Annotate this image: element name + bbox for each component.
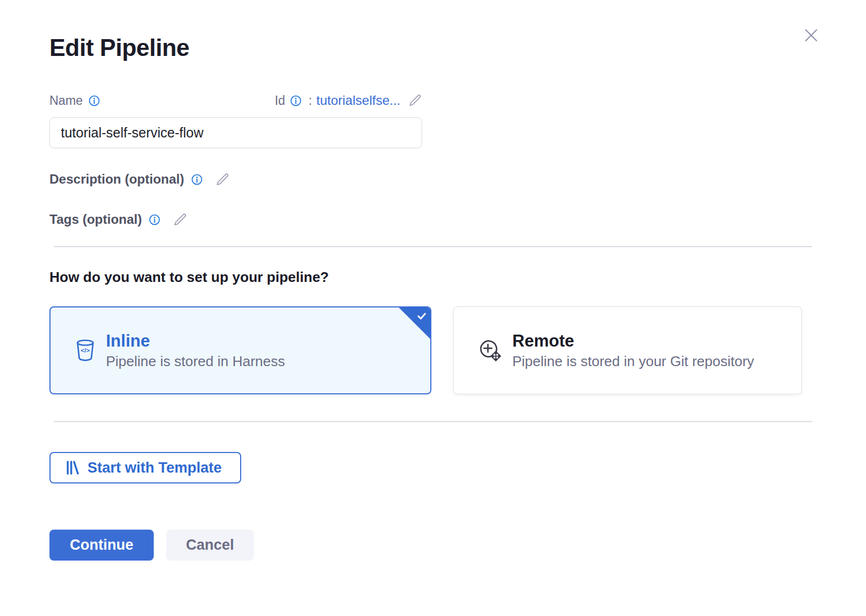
close-icon: [802, 26, 820, 45]
name-id-row: Name Id : tutorialselfse...: [49, 93, 422, 108]
pencil-icon: [173, 212, 187, 227]
dialog-title: Edit Pipeline: [49, 34, 812, 61]
edit-pipeline-dialog: Edit Pipeline Name Id : tutorialselfse.: [0, 0, 866, 616]
edit-id-button[interactable]: [408, 93, 422, 108]
tags-row: Tags (optional): [49, 212, 812, 227]
action-row: Continue Cancel: [49, 530, 812, 561]
continue-button[interactable]: Continue: [49, 530, 154, 561]
start-with-template-button[interactable]: Start with Template: [49, 452, 241, 483]
template-library-icon: [66, 460, 80, 475]
selected-corner-badge: [399, 307, 430, 339]
name-label-group: Name: [49, 93, 101, 108]
edit-description-button[interactable]: [215, 172, 230, 187]
pipeline-name-input[interactable]: [49, 117, 422, 148]
option-title: Inline: [106, 331, 285, 351]
option-card-remote[interactable]: Remote Pipeline is stored in your Git re…: [453, 306, 802, 394]
cancel-button[interactable]: Cancel: [166, 530, 254, 561]
svg-text:</>: </>: [81, 347, 90, 354]
description-row: Description (optional): [49, 172, 812, 187]
option-title: Remote: [512, 331, 754, 351]
description-label: Description (optional): [49, 172, 184, 187]
tags-label: Tags (optional): [49, 212, 142, 227]
info-icon[interactable]: [88, 95, 101, 107]
id-value-link[interactable]: tutorialselfse...: [316, 93, 400, 108]
name-label: Name: [49, 93, 83, 108]
option-description: Pipeline is stored in Harness: [106, 353, 285, 370]
setup-heading: How do you want to set up your pipeline?: [49, 269, 812, 286]
start-with-template-label: Start with Template: [87, 460, 222, 476]
inline-storage-icon: </>: [74, 338, 96, 362]
pencil-icon: [215, 172, 230, 187]
option-description: Pipeline is stored in your Git repositor…: [512, 353, 754, 370]
divider: [54, 421, 812, 422]
info-icon[interactable]: [148, 213, 161, 226]
storage-option-cards: </> Inline Pipeline is stored in Harness: [49, 306, 812, 394]
id-label: Id: [275, 93, 285, 108]
pencil-icon: [408, 93, 422, 108]
check-icon: [416, 311, 427, 321]
divider: [54, 246, 812, 247]
remote-storage-icon: [478, 338, 503, 363]
pipeline-id-group: Id : tutorialselfse...: [275, 93, 422, 108]
info-icon[interactable]: [290, 95, 302, 107]
id-separator: :: [309, 93, 312, 108]
close-button[interactable]: [801, 25, 821, 46]
info-icon[interactable]: [191, 173, 203, 186]
dialog-content: Edit Pipeline Name Id : tutorialselfse.: [0, 0, 866, 561]
edit-tags-button[interactable]: [173, 212, 187, 227]
option-card-inline[interactable]: </> Inline Pipeline is stored in Harness: [49, 306, 431, 394]
